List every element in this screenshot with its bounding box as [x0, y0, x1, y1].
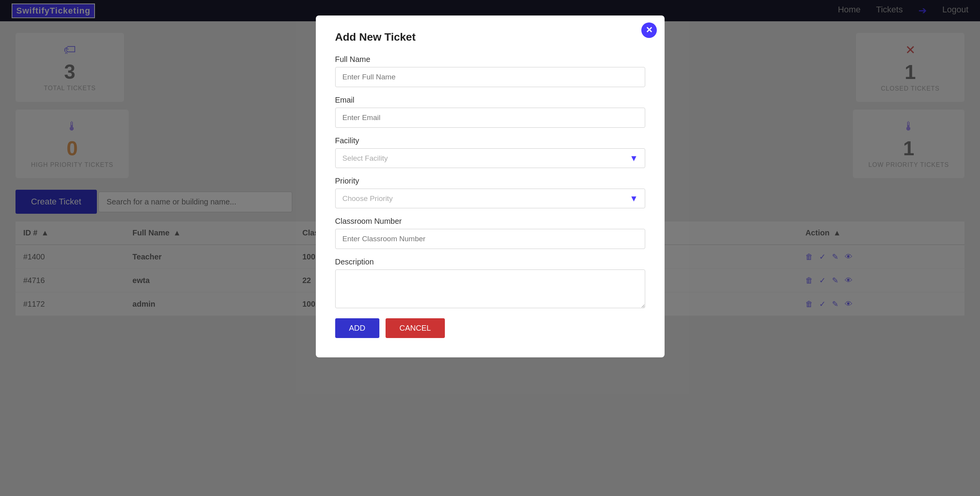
- fullname-group: Full Name: [335, 55, 645, 87]
- modal-close-button[interactable]: ✕: [641, 22, 657, 38]
- priority-select-wrapper: Choose Priority ▼: [335, 189, 645, 208]
- description-textarea[interactable]: [335, 269, 645, 308]
- facility-group: Facility Select Facility ▼: [335, 136, 645, 168]
- classroom-input[interactable]: [335, 229, 645, 249]
- facility-label: Facility: [335, 136, 645, 145]
- facility-select[interactable]: Select Facility: [335, 148, 645, 168]
- description-group: Description: [335, 257, 645, 310]
- fullname-label: Full Name: [335, 55, 645, 64]
- add-button[interactable]: ADD: [335, 318, 379, 338]
- modal-overlay: Add New Ticket ✕ Full Name Email Facilit…: [0, 0, 980, 496]
- priority-label: Priority: [335, 177, 645, 185]
- email-group: Email: [335, 96, 645, 128]
- cancel-button[interactable]: CANCEL: [386, 318, 445, 338]
- description-label: Description: [335, 257, 645, 266]
- email-input[interactable]: [335, 108, 645, 128]
- priority-select[interactable]: Choose Priority: [335, 189, 645, 208]
- fullname-input[interactable]: [335, 67, 645, 87]
- priority-group: Priority Choose Priority ▼: [335, 177, 645, 208]
- classroom-label: Classroom Number: [335, 217, 645, 226]
- facility-select-wrapper: Select Facility ▼: [335, 148, 645, 168]
- add-ticket-modal: Add New Ticket ✕ Full Name Email Facilit…: [316, 15, 665, 357]
- modal-title: Add New Ticket: [335, 31, 645, 43]
- modal-actions: ADD CANCEL: [335, 318, 645, 338]
- classroom-group: Classroom Number: [335, 217, 645, 249]
- email-label: Email: [335, 96, 645, 105]
